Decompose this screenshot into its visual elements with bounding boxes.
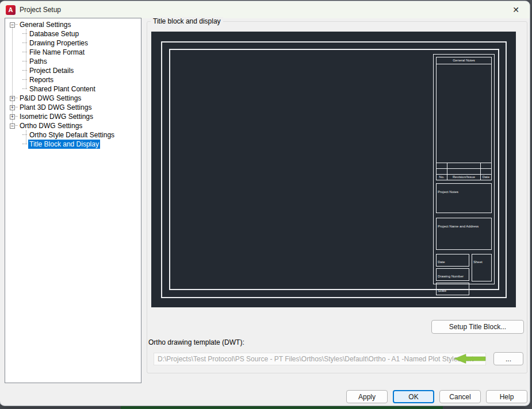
drawing-number-box: Drawing Number xyxy=(436,268,469,281)
tree-item-label[interactable]: Database Setup xyxy=(28,29,80,38)
tree-item-label[interactable]: Project Details xyxy=(28,66,75,75)
cancel-button[interactable]: Cancel xyxy=(439,390,481,403)
annotation-arrow-icon xyxy=(454,353,486,364)
tree-item-paths[interactable]: Paths xyxy=(5,57,141,66)
tree-item-isometric-dwg-settings[interactable]: +Isometric DWG Settings xyxy=(5,112,141,121)
revision-no-label: No. xyxy=(436,174,447,180)
tree-item-label[interactable]: Isometric DWG Settings xyxy=(18,112,94,121)
revision-date-label: Date xyxy=(480,174,492,180)
collapse-minus-icon[interactable]: − xyxy=(10,124,15,129)
project-name-box: Project Name and Address xyxy=(436,218,492,250)
notes-area xyxy=(436,64,492,163)
date-label: Date xyxy=(438,260,445,264)
setup-title-block-button[interactable]: Setup Title Block... xyxy=(431,320,524,334)
sheet-box: Sheet xyxy=(472,254,492,281)
footer-left-column: Date Drawing Number Scale xyxy=(436,254,469,281)
drawing-number-label: Drawing Number xyxy=(438,275,464,278)
groupbox-title: Title block and display xyxy=(151,17,223,26)
title-block: General Notes No. Revision/Issue Date Pr… xyxy=(433,54,495,284)
tree-item-pid-dwg-settings[interactable]: +P&ID DWG Settings xyxy=(5,94,141,103)
title-bar: A Project Setup ✕ xyxy=(0,1,530,18)
project-setup-dialog: A Project Setup ✕ −General Settings Data… xyxy=(0,1,530,406)
expand-plus-icon[interactable]: + xyxy=(10,105,15,110)
project-notes-label: Project Notes xyxy=(438,190,458,194)
settings-tree-panel: −General Settings Database Setup Drawing… xyxy=(5,18,141,383)
scale-label: Scale xyxy=(438,289,446,292)
tree-item-plant3d-dwg-settings[interactable]: +Plant 3D DWG Settings xyxy=(5,103,141,112)
tree-item-label[interactable]: Reports xyxy=(28,75,55,84)
window-title: Project Setup xyxy=(20,1,61,18)
apply-button[interactable]: Apply xyxy=(346,390,388,403)
tree-item-label[interactable]: File Name Format xyxy=(28,48,86,57)
title-block-footer: Date Drawing Number Scale Sheet xyxy=(436,254,492,281)
tree-item-label[interactable]: P&ID DWG Settings xyxy=(18,94,82,103)
expand-plus-icon[interactable]: + xyxy=(10,114,15,119)
tree-item-ortho-style-default-settings[interactable]: Ortho Style Default Settings xyxy=(5,130,141,140)
tree-item-drawing-properties[interactable]: Drawing Properties xyxy=(5,38,141,48)
background-strip xyxy=(121,405,443,409)
scale-box: Scale xyxy=(436,283,469,295)
tree-item-label[interactable]: Drawing Properties xyxy=(28,38,89,48)
tree-item-reports[interactable]: Reports xyxy=(5,75,141,84)
tree-item-database-setup[interactable]: Database Setup xyxy=(5,29,141,38)
tree-item-title-block-and-display[interactable]: Title Block and Display xyxy=(5,140,141,149)
tree-item-label[interactable]: Ortho Style Default Settings xyxy=(28,130,116,140)
general-notes-label: General Notes xyxy=(453,59,475,63)
tree-item-ortho-dwg-settings[interactable]: −Ortho DWG Settings xyxy=(5,121,141,130)
tree-item-label[interactable]: General Settings xyxy=(18,20,72,29)
ortho-template-path-field[interactable]: D:\Projects\Test Protocol\PS Source - PT… xyxy=(154,353,486,365)
date-box: Date xyxy=(436,254,469,267)
revision-issue-label: Revision/Issue xyxy=(447,174,481,180)
title-block-preview: General Notes No. Revision/Issue Date Pr… xyxy=(151,32,516,307)
tree-item-label-selected[interactable]: Title Block and Display xyxy=(28,140,100,149)
tree-item-shared-plant-content[interactable]: Shared Plant Content xyxy=(5,84,141,94)
help-button[interactable]: Help xyxy=(486,390,527,403)
tree-item-label[interactable]: Shared Plant Content xyxy=(28,84,97,94)
ortho-template-label: Ortho drawing template (DWT): xyxy=(148,338,244,346)
tree-item-project-details[interactable]: Project Details xyxy=(5,66,141,75)
autocad-app-icon: A xyxy=(6,5,16,15)
browse-button[interactable]: ... xyxy=(493,352,523,365)
settings-tree: −General Settings Database Setup Drawing… xyxy=(5,18,141,149)
revision-header-row: No. Revision/Issue Date xyxy=(436,174,492,180)
tree-item-general-settings[interactable]: −General Settings xyxy=(5,20,141,29)
tree-item-label[interactable]: Plant 3D DWG Settings xyxy=(18,103,93,112)
ok-button[interactable]: OK xyxy=(393,390,434,403)
expand-plus-icon[interactable]: + xyxy=(10,96,15,101)
tree-item-file-name-format[interactable]: File Name Format xyxy=(5,48,141,57)
sheet-label: Sheet xyxy=(473,260,483,264)
project-notes-box: Project Notes xyxy=(436,183,492,213)
collapse-minus-icon[interactable]: − xyxy=(10,22,15,28)
tree-item-label[interactable]: Ortho DWG Settings xyxy=(18,121,83,130)
drawing-border-inner: General Notes No. Revision/Issue Date Pr… xyxy=(169,49,499,290)
close-icon[interactable]: ✕ xyxy=(507,1,525,18)
project-name-label: Project Name and Address xyxy=(438,225,479,228)
tree-item-label[interactable]: Paths xyxy=(28,57,48,66)
